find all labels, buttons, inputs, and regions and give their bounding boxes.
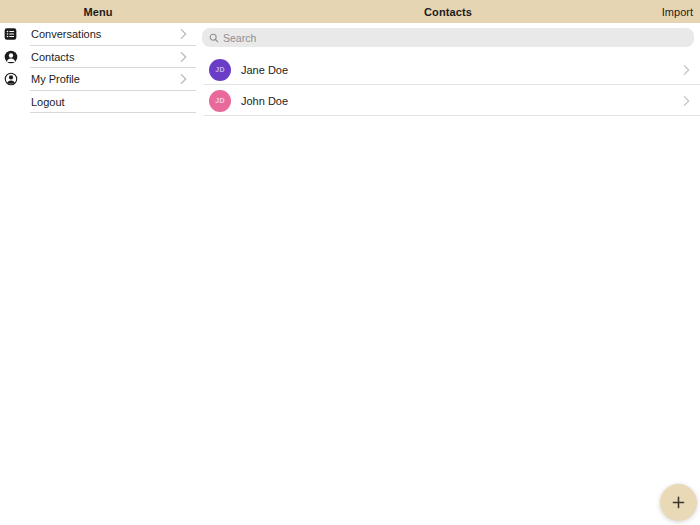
search-icon — [209, 33, 219, 43]
contact-row-john-doe[interactable]: JD John Doe — [196, 85, 700, 116]
app-header: Menu Contacts Import — [0, 0, 700, 23]
sidebar-item-label: My Profile — [31, 73, 80, 85]
contact-name: John Doe — [241, 95, 288, 107]
person-circle-outline-icon — [4, 72, 18, 86]
sidebar-item-logout[interactable]: Logout — [0, 91, 196, 114]
person-circle-icon — [4, 50, 18, 64]
contacts-app: Menu Contacts Import — [0, 0, 700, 525]
contacts-pane: JD Jane Doe JD John Doe — [196, 23, 700, 116]
sidebar-menu: Conversations Contacts — [0, 23, 196, 113]
page-title: Contacts — [424, 6, 472, 18]
sidebar-item-conversations[interactable]: Conversations — [0, 23, 196, 46]
sidebar-title: Menu — [83, 6, 112, 18]
contact-name: Jane Doe — [241, 64, 288, 76]
avatar: JD — [209, 59, 231, 81]
sidebar-header: Menu — [0, 0, 196, 23]
chevron-right-icon — [180, 74, 187, 85]
chevron-right-icon — [683, 64, 690, 75]
main-header: Contacts — [196, 0, 700, 23]
chevron-right-icon — [180, 29, 187, 40]
avatar: JD — [209, 90, 231, 112]
contact-row-jane-doe[interactable]: JD Jane Doe — [196, 54, 700, 85]
list-icon — [4, 28, 17, 41]
add-icon — [672, 496, 685, 509]
search-input[interactable] — [223, 32, 687, 44]
sidebar-item-label: Logout — [31, 96, 65, 108]
sidebar-item-label: Contacts — [31, 51, 74, 63]
search-bar[interactable] — [202, 28, 694, 47]
import-button[interactable]: Import — [662, 0, 693, 23]
chevron-right-icon — [683, 95, 690, 106]
sidebar-item-contacts[interactable]: Contacts — [0, 46, 196, 69]
avatar-initials: JD — [215, 66, 224, 73]
sidebar-item-label: Conversations — [31, 28, 101, 40]
chevron-right-icon — [180, 51, 187, 62]
avatar-initials: JD — [215, 97, 224, 104]
sidebar-item-my-profile[interactable]: My Profile — [0, 68, 196, 91]
content-layout: Conversations Contacts — [0, 23, 700, 116]
contact-list: JD Jane Doe JD John Doe — [196, 54, 700, 116]
add-contact-fab[interactable] — [660, 484, 697, 521]
